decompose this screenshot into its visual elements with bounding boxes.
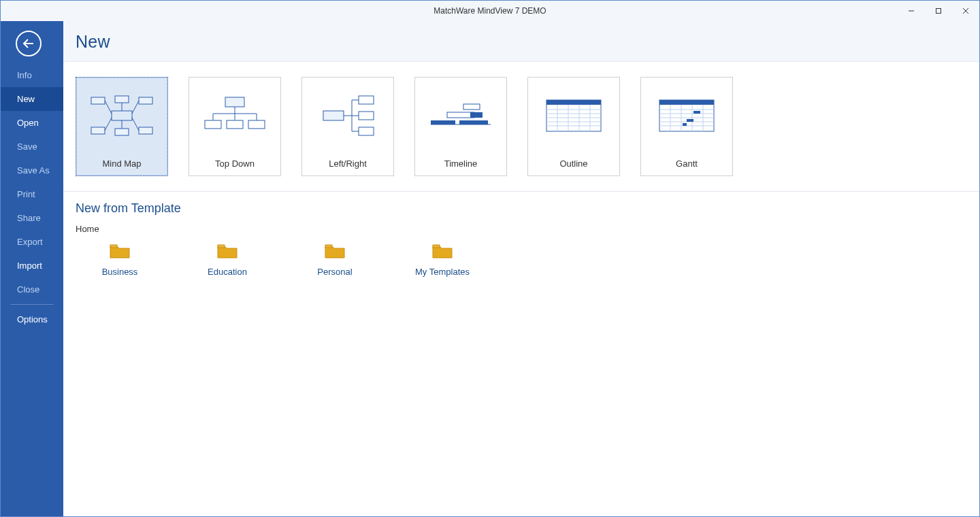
template-folder-personal[interactable]: Personal <box>291 244 379 277</box>
window-title: MatchWare MindView 7 DEMO <box>1 6 979 16</box>
sidebar-item-export[interactable]: Export <box>1 230 63 254</box>
content-area: New <box>63 21 979 516</box>
svg-rect-39 <box>431 120 455 124</box>
svg-rect-35 <box>359 127 374 135</box>
tile-label: Left/Right <box>326 153 370 176</box>
svg-rect-26 <box>248 120 265 129</box>
svg-line-12 <box>105 101 112 114</box>
tile-outline[interactable]: Outline <box>527 77 620 176</box>
svg-rect-7 <box>115 96 129 103</box>
leftright-icon <box>302 78 393 153</box>
tile-label: Outline <box>557 153 590 176</box>
svg-rect-37 <box>463 104 480 110</box>
svg-rect-40 <box>459 120 488 124</box>
topdown-icon <box>189 78 280 153</box>
titlebar: MatchWare MindView 7 DEMO <box>1 1 979 21</box>
folder-label: Business <box>76 267 164 277</box>
new-document-tiles: Mind Map <box>63 62 979 192</box>
svg-rect-69 <box>325 245 332 248</box>
svg-rect-1 <box>936 9 941 14</box>
svg-line-17 <box>132 118 139 131</box>
svg-rect-25 <box>227 120 243 129</box>
template-breadcrumb[interactable]: Home <box>63 220 979 244</box>
template-folder-education[interactable]: Education <box>183 244 272 277</box>
svg-rect-24 <box>205 120 221 129</box>
sidebar-nav: Info New Open Save Save As Print Share E… <box>1 63 63 331</box>
tile-gantt[interactable]: Gantt <box>640 77 733 176</box>
svg-rect-27 <box>323 111 344 120</box>
folder-label: Personal <box>291 267 379 277</box>
sidebar-item-info[interactable]: Info <box>1 63 63 87</box>
svg-rect-67 <box>110 245 117 248</box>
svg-rect-68 <box>218 245 225 248</box>
page-header: New <box>63 21 979 62</box>
svg-rect-11 <box>139 127 152 134</box>
sidebar-item-share[interactable]: Share <box>1 206 63 230</box>
folder-icon <box>183 244 272 258</box>
svg-rect-18 <box>225 97 244 107</box>
svg-rect-65 <box>687 119 693 122</box>
gantt-icon <box>641 78 732 153</box>
svg-rect-5 <box>112 111 132 120</box>
folder-label: My Templates <box>398 267 487 277</box>
tile-label: Timeline <box>442 153 480 176</box>
sidebar-item-open[interactable]: Open <box>1 111 63 135</box>
sidebar-item-save-as[interactable]: Save As <box>1 159 63 182</box>
tile-left-right[interactable]: Left/Right <box>301 77 394 176</box>
tile-label: Gantt <box>673 153 700 176</box>
window-controls <box>898 1 979 21</box>
timeline-icon <box>415 78 506 153</box>
tile-label: Mind Map <box>99 153 144 176</box>
mindmap-icon <box>76 78 167 153</box>
page-title: New <box>76 32 967 52</box>
sidebar-item-save[interactable]: Save <box>1 135 63 159</box>
app-window: MatchWare MindView 7 DEMO Info <box>0 0 980 517</box>
sidebar-separator <box>10 304 54 305</box>
folder-icon <box>398 244 487 258</box>
sidebar-item-import[interactable]: Import <box>1 254 63 278</box>
svg-rect-41 <box>470 112 483 118</box>
tile-mind-map[interactable]: Mind Map <box>76 77 168 176</box>
folder-icon <box>291 244 379 258</box>
sidebar-item-new[interactable]: New <box>1 87 63 111</box>
svg-rect-54 <box>659 100 714 105</box>
sidebar-item-options[interactable]: Options <box>1 307 63 331</box>
close-button[interactable] <box>952 1 979 21</box>
svg-line-15 <box>105 118 112 131</box>
tile-top-down[interactable]: Top Down <box>189 77 281 176</box>
template-folders: Business Education <box>63 244 979 277</box>
maximize-button[interactable] <box>925 1 952 21</box>
outline-icon <box>528 78 619 153</box>
template-folder-business[interactable]: Business <box>76 244 164 277</box>
svg-rect-34 <box>359 112 374 120</box>
svg-rect-9 <box>91 127 105 134</box>
app-body: Info New Open Save Save As Print Share E… <box>1 21 979 516</box>
folder-icon <box>76 244 164 258</box>
svg-rect-70 <box>433 245 440 248</box>
svg-rect-33 <box>359 96 374 104</box>
svg-rect-64 <box>693 111 700 114</box>
back-button[interactable] <box>16 31 42 56</box>
minimize-button[interactable] <box>898 1 925 21</box>
svg-rect-43 <box>546 100 601 105</box>
svg-rect-10 <box>115 129 129 135</box>
sidebar-item-print[interactable]: Print <box>1 182 63 206</box>
template-folder-my-templates[interactable]: My Templates <box>398 244 487 277</box>
svg-rect-8 <box>139 97 152 104</box>
template-section-title: New from Template <box>63 192 979 220</box>
tile-timeline[interactable]: Timeline <box>414 77 507 176</box>
svg-rect-6 <box>91 97 105 104</box>
tile-label: Top Down <box>212 153 257 176</box>
sidebar: Info New Open Save Save As Print Share E… <box>1 21 63 516</box>
sidebar-item-close[interactable]: Close <box>1 278 63 301</box>
svg-line-14 <box>132 101 139 114</box>
svg-rect-66 <box>683 123 687 126</box>
folder-label: Education <box>183 267 272 277</box>
